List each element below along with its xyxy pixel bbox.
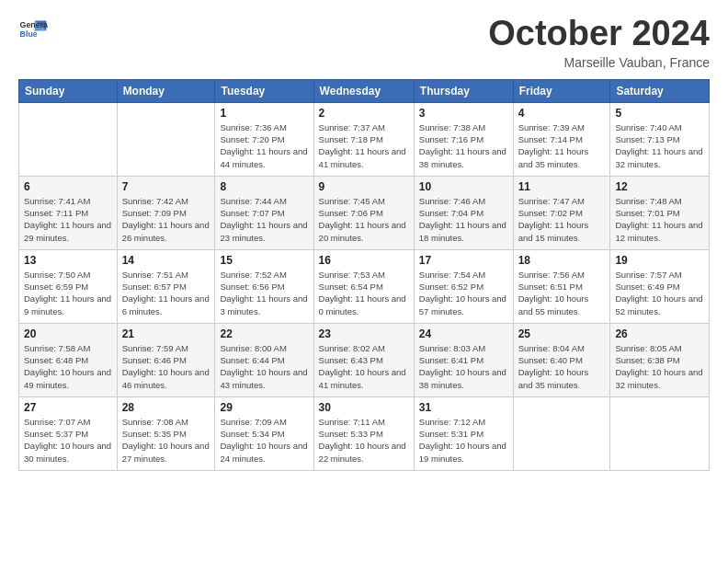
day-info: Sunrise: 7:40 AMSunset: 7:13 PMDaylight:… (615, 121, 704, 170)
day-info: Sunrise: 7:52 AMSunset: 6:56 PMDaylight:… (220, 269, 308, 317)
sunrise: Sunrise: 8:04 AM (518, 343, 585, 353)
daylight: Daylight: 10 hours and 27 minutes. (122, 441, 210, 463)
daylight: Daylight: 10 hours and 38 minutes. (419, 367, 506, 389)
day-info: Sunrise: 7:09 AMSunset: 5:34 PMDaylight:… (220, 416, 308, 465)
cell-2-1: 14Sunrise: 7:51 AMSunset: 6:57 PMDayligh… (117, 249, 215, 323)
day-number: 31 (419, 401, 508, 414)
daylight: Daylight: 10 hours and 41 minutes. (319, 367, 406, 389)
logo: General Blue (18, 15, 48, 44)
sunset: Sunset: 7:06 PM (319, 208, 383, 218)
sunrise: Sunrise: 7:07 AM (24, 417, 90, 427)
week-row-3: 20Sunrise: 7:58 AMSunset: 6:48 PMDayligh… (19, 323, 710, 396)
day-info: Sunrise: 7:51 AMSunset: 6:57 PMDaylight:… (122, 269, 210, 317)
location: Marseille Vauban, France (488, 55, 710, 70)
sunset: Sunset: 7:14 PM (518, 134, 583, 144)
cell-0-2: 1Sunrise: 7:36 AMSunset: 7:20 PMDaylight… (215, 102, 313, 176)
daylight: Daylight: 11 hours and 23 minutes. (220, 220, 307, 242)
day-info: Sunrise: 8:04 AMSunset: 6:40 PMDaylight:… (518, 342, 606, 391)
daylight: Daylight: 11 hours and 20 minutes. (319, 220, 406, 242)
day-number: 1 (220, 107, 308, 120)
col-wednesday: Wednesday (313, 79, 414, 102)
day-info: Sunrise: 7:36 AMSunset: 7:20 PMDaylight:… (220, 121, 308, 170)
day-number: 19 (615, 254, 704, 267)
cell-2-6: 19Sunrise: 7:57 AMSunset: 6:49 PMDayligh… (610, 249, 710, 323)
sunrise: Sunrise: 7:42 AM (122, 196, 188, 206)
daylight: Daylight: 11 hours and 35 minutes. (518, 146, 589, 168)
sunrise: Sunrise: 7:59 AM (122, 343, 188, 353)
daylight: Daylight: 11 hours and 3 minutes. (220, 293, 307, 316)
day-number: 3 (419, 107, 508, 120)
cell-0-0 (19, 102, 118, 176)
sunset: Sunset: 6:38 PM (615, 355, 679, 365)
sunrise: Sunrise: 7:36 AM (220, 122, 286, 132)
sunrise: Sunrise: 7:47 AM (518, 196, 585, 206)
week-row-1: 6Sunrise: 7:41 AMSunset: 7:11 PMDaylight… (19, 176, 710, 249)
calendar-table: Sunday Monday Tuesday Wednesday Thursday… (18, 79, 710, 471)
sunset: Sunset: 6:54 PM (319, 282, 383, 292)
day-number: 4 (518, 107, 606, 120)
daylight: Daylight: 10 hours and 22 minutes. (319, 441, 406, 463)
day-info: Sunrise: 7:42 AMSunset: 7:09 PMDaylight:… (122, 195, 210, 244)
cell-2-4: 17Sunrise: 7:54 AMSunset: 6:52 PMDayligh… (414, 249, 513, 323)
daylight: Daylight: 10 hours and 55 minutes. (518, 293, 589, 316)
cell-4-0: 27Sunrise: 7:07 AMSunset: 5:37 PMDayligh… (19, 396, 118, 470)
cell-4-1: 28Sunrise: 7:08 AMSunset: 5:35 PMDayligh… (117, 396, 215, 470)
sunset: Sunset: 5:37 PM (24, 429, 88, 439)
sunset: Sunset: 7:13 PM (615, 134, 679, 144)
day-number: 8 (220, 180, 308, 193)
sunset: Sunset: 5:35 PM (122, 429, 187, 439)
sunrise: Sunrise: 7:45 AM (319, 196, 385, 206)
cell-0-1 (117, 102, 215, 176)
day-info: Sunrise: 7:41 AMSunset: 7:11 PMDaylight:… (24, 195, 112, 244)
sunrise: Sunrise: 8:05 AM (615, 343, 681, 353)
cell-1-0: 6Sunrise: 7:41 AMSunset: 7:11 PMDaylight… (19, 176, 118, 249)
month-title: October 2024 (488, 15, 710, 53)
header-row: Sunday Monday Tuesday Wednesday Thursday… (19, 79, 710, 102)
day-info: Sunrise: 7:48 AMSunset: 7:01 PMDaylight:… (615, 195, 704, 244)
cell-4-5 (513, 396, 610, 470)
cell-4-2: 29Sunrise: 7:09 AMSunset: 5:34 PMDayligh… (215, 396, 313, 470)
week-row-2: 13Sunrise: 7:50 AMSunset: 6:59 PMDayligh… (19, 249, 710, 323)
daylight: Daylight: 10 hours and 30 minutes. (24, 441, 111, 463)
logo-icon: General Blue (18, 15, 48, 44)
day-info: Sunrise: 7:37 AMSunset: 7:18 PMDaylight:… (319, 121, 409, 170)
sunrise: Sunrise: 7:48 AM (615, 196, 681, 206)
sunset: Sunset: 5:34 PM (220, 429, 284, 439)
sunset: Sunset: 6:51 PM (518, 282, 583, 292)
page: General Blue October 2024 Marseille Vaub… (0, 0, 728, 563)
day-number: 13 (24, 254, 112, 267)
day-number: 23 (319, 327, 409, 340)
week-row-4: 27Sunrise: 7:07 AMSunset: 5:37 PMDayligh… (19, 396, 710, 470)
daylight: Daylight: 10 hours and 57 minutes. (419, 293, 506, 316)
cell-0-3: 2Sunrise: 7:37 AMSunset: 7:18 PMDaylight… (313, 102, 414, 176)
cell-4-6 (610, 396, 710, 470)
sunrise: Sunrise: 7:39 AM (518, 122, 585, 132)
sunset: Sunset: 7:20 PM (220, 134, 284, 144)
daylight: Daylight: 10 hours and 19 minutes. (419, 441, 506, 463)
day-info: Sunrise: 7:59 AMSunset: 6:46 PMDaylight:… (122, 342, 210, 391)
sunrise: Sunrise: 7:44 AM (220, 196, 286, 206)
cell-0-4: 3Sunrise: 7:38 AMSunset: 7:16 PMDaylight… (414, 102, 513, 176)
day-number: 21 (122, 327, 210, 340)
sunset: Sunset: 6:56 PM (220, 282, 284, 292)
sunset: Sunset: 7:01 PM (615, 208, 679, 218)
daylight: Daylight: 11 hours and 18 minutes. (419, 220, 506, 242)
sunset: Sunset: 5:33 PM (319, 429, 383, 439)
sunset: Sunset: 6:48 PM (24, 355, 88, 365)
sunrise: Sunrise: 7:53 AM (319, 270, 385, 280)
cell-4-3: 30Sunrise: 7:11 AMSunset: 5:33 PMDayligh… (313, 396, 414, 470)
cell-1-6: 12Sunrise: 7:48 AMSunset: 7:01 PMDayligh… (610, 176, 710, 249)
day-number: 11 (518, 180, 606, 193)
day-info: Sunrise: 7:57 AMSunset: 6:49 PMDaylight:… (615, 269, 704, 317)
sunset: Sunset: 5:31 PM (419, 429, 483, 439)
cell-4-4: 31Sunrise: 7:12 AMSunset: 5:31 PMDayligh… (414, 396, 513, 470)
day-number: 15 (220, 254, 308, 267)
sunset: Sunset: 7:16 PM (419, 134, 483, 144)
day-info: Sunrise: 7:58 AMSunset: 6:48 PMDaylight:… (24, 342, 112, 391)
day-info: Sunrise: 7:53 AMSunset: 6:54 PMDaylight:… (319, 269, 409, 317)
cell-0-6: 5Sunrise: 7:40 AMSunset: 7:13 PMDaylight… (610, 102, 710, 176)
daylight: Daylight: 11 hours and 9 minutes. (24, 293, 111, 316)
cell-1-2: 8Sunrise: 7:44 AMSunset: 7:07 PMDaylight… (215, 176, 313, 249)
daylight: Daylight: 11 hours and 32 minutes. (615, 146, 702, 168)
daylight: Daylight: 11 hours and 26 minutes. (122, 220, 210, 242)
